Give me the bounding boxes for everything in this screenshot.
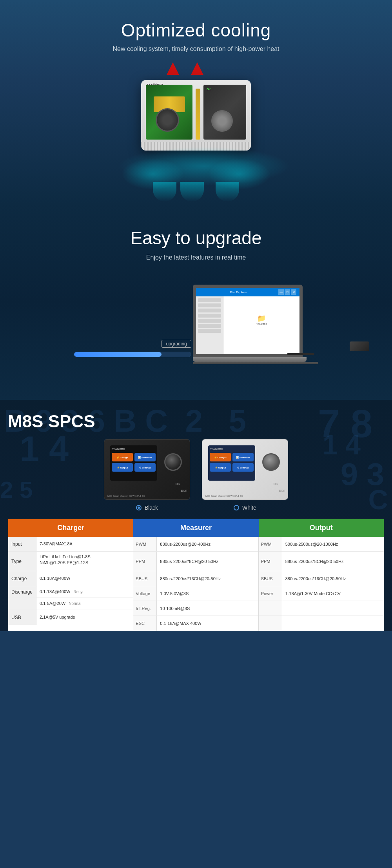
measurer-row-sbus: SBUS 880us-2200us*16CH@20-50Hz [133,571,258,586]
measurer-value-esc: 0.1-18A@MAX 400W [157,616,258,631]
pcb-board-left [146,85,192,140]
output-row-ppm: PPM 880us-2200us*8CH@20-50Hz [259,552,384,571]
folder-item: 📁 ToolkitFJ [225,314,298,325]
radio-black[interactable] [136,505,142,510]
windows-title-bar: File Explorer — □ ✕ [196,288,299,296]
black-label: Black [145,505,158,511]
device-bottom-label-white: M8S Smart charger 500W 15A 1-8S [205,495,243,497]
explorer-main: 📁 ToolkitFJ [223,296,299,354]
output-col: PWM 500us-2500us@20-1000Hz PPM 880us-220… [259,537,384,631]
charger-col: Input 7-30V@MAX18A Type LiPo LiHv LiFe L… [8,537,133,631]
device-screen-white: ToolkitRC ⚡ Charger 📊 Measurer ⚡ Output … [208,445,255,481]
output-value-ppm: 880us-2200us*8CH@20-50Hz [282,552,384,571]
output-row-empty-2 [259,616,384,631]
device-knob-black [164,453,182,471]
sidebar-item-7 [198,329,221,333]
device-knob-white [262,453,280,471]
output-row-sbus: SBUS 880us-2200us*16CH@20-50Hz [259,571,384,586]
sidebar-item-6 [198,324,221,328]
exit-button-black: EXIT [181,489,188,492]
spec-label-discharge: Discharge [8,586,36,598]
screen-buttons-black: ⚡ Charge 📊 Measurer ⚡ Output ⚙ Settings [110,451,157,473]
output-value-power: 1-18A@1-30V Mode:CC+CV [282,586,384,601]
measurer-label-intreg: Int.Reg. [133,601,157,616]
measurer-value-pwm: 880us-2200us@20-400Hz [157,537,258,551]
output-value-empty-2 [282,616,384,631]
output-label-power: Power [259,586,282,601]
spec-row-type: Type LiPo LiHv LiFe Lion@1-8S NiMh@1-20S… [8,552,133,571]
device-image-black: ToolkitRC ⚡ Charge 📊 Measurer ⚡ Output ⚙ [104,439,190,500]
header-charger: Charger [8,519,133,537]
output-label-pwm: PWM [259,537,282,551]
discharge-line-1: Discharge 0.1-18A@400W Recyc [8,586,133,598]
measurer-label-sbus: SBUS [133,571,157,586]
upgrade-section: Easy to upgrade Enjoy the latest feature… [0,204,392,400]
ok-button-white: OK [273,482,278,486]
upgrade-subtitle: Enjoy the latest features in real time [8,254,384,261]
discharge-line-2: 0.1-5A@20W Normal [8,598,133,610]
measurer-label-esc: ESC [133,616,157,631]
progress-bar-background [74,352,191,357]
screen-output-btn: ⚡ Output [112,463,133,472]
measurer-label-pwm: PWM [133,537,157,551]
measurer-row-intreg: Int.Reg. 10-100mR@8S [133,601,258,616]
folder-icon: 📁 [257,314,266,323]
spec-label-input: Input [8,537,36,551]
upgrading-badge: upgrading [162,340,191,348]
screen-output-btn-white: ⚡ Output [210,463,231,472]
measurer-row-ppm: PPM 880us-2200us*8CH@20-50Hz [133,552,258,571]
device-image-white: ToolkitRC ⚡ Charger 📊 Measurer ⚡ Output … [202,439,288,500]
screen-measurer-btn: 📊 Measurer [134,453,156,461]
window-body: 📁 ToolkitFJ [196,296,299,354]
measurer-value-ppm: 880us-2200us*8CH@20-50Hz [157,552,258,571]
sidebar-item-4 [198,314,221,318]
output-value-sbus: 880us-2200us*16CH@20-50Hz [282,571,384,586]
upgrade-progress-area: upgrading [74,340,191,357]
airstream-left [153,182,176,202]
white-label: White [242,505,256,511]
laptop-bottom [193,362,318,364]
screen-settings-btn: ⚙ Settings [134,463,156,472]
measurer-row-esc: ESC 0.1-18A@MAX 400W [133,616,258,631]
specs-table: Charger Measurer Output Input 7-30V@MAX1… [8,519,384,631]
cooling-device-illustration: ToolkitRC OK [129,68,263,178]
spec-value-discharge-2: 0.1-5A@20W Normal [36,598,133,610]
measurer-value-voltage: 1.0V-5.0V@8S [157,586,258,601]
black-variant-label: Black [104,505,190,511]
output-label-ppm: PPM [259,552,282,571]
specs-data-area: Input 7-30V@MAX18A Type LiPo LiHv LiFe L… [8,537,384,631]
measurer-label-ppm: PPM [133,552,157,571]
spec-value-usb: 2.1A@5V upgrade [36,610,133,625]
screen-brand-white: ToolkitRC [208,448,223,450]
output-value-pwm: 500us-2500us@20-1000Hz [282,537,384,551]
spec-label-usb: USB [8,610,36,625]
pcb-board-right: OK [203,85,246,140]
device-screen-black: ToolkitRC ⚡ Charge 📊 Measurer ⚡ Output ⚙ [110,445,157,481]
window-title-text: File Explorer [201,291,277,294]
screen-charge-btn: ⚡ Charge [112,453,133,461]
output-row-pwm: PWM 500us-2500us@20-1000Hz [259,537,384,552]
output-row-power: Power 1-18A@1-30V Mode:CC+CV [259,586,384,601]
output-row-empty-1 [259,601,384,616]
specs-section: B 9 3 6 B C 2 5 7 8 1 4 1 4 9 3 2 5 C M8… [0,400,392,631]
spec-value-input: 7-30V@MAX18A [36,537,133,551]
specs-title: M8S SPCS [8,412,384,431]
device-variants: ToolkitRC ⚡ Charge 📊 Measurer ⚡ Output ⚙ [8,439,384,511]
sidebar-item-5 [198,319,221,323]
measurer-row-voltage: Voltage 1.0V-5.0V@8S [133,586,258,601]
ok-button-black: OK [175,482,180,486]
arrow-up-left [167,62,179,75]
output-label-empty-2 [259,616,282,631]
output-value-empty-1 [282,601,384,616]
radio-white[interactable] [234,505,239,510]
arrow-up-right [191,62,203,75]
explorer-sidebar [196,296,223,354]
output-label-sbus: SBUS [259,571,282,586]
heat-arrows-top [167,62,203,75]
heatsink [196,89,200,140]
device-card-white: ToolkitRC ⚡ Charger 📊 Measurer ⚡ Output … [202,439,288,511]
window-controls: — □ ✕ [278,289,296,295]
device-bottom-label-black: M8S Smart charger 400W 18A 1-8S [107,495,145,497]
device-internals: OK [146,85,246,151]
spec-label-charge: Charge [8,571,36,586]
